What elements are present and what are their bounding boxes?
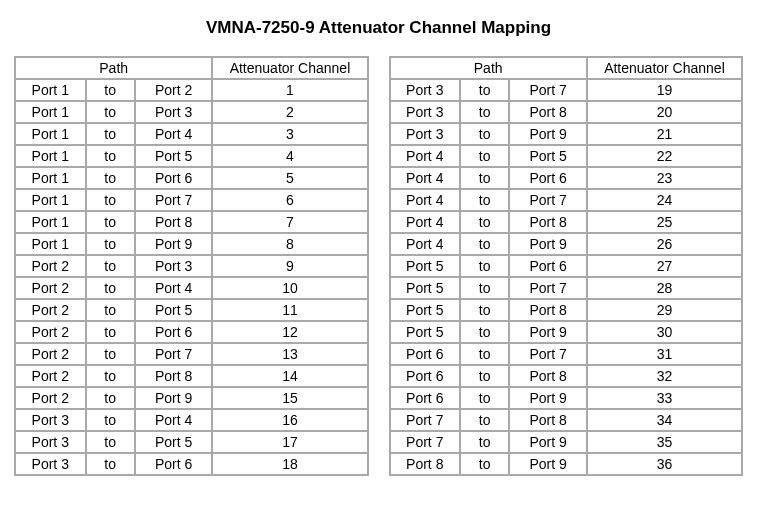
- table-row: Port 1toPort 65: [15, 167, 368, 189]
- path-from: Port 4: [390, 189, 461, 211]
- attenuator-channel: 19: [587, 79, 742, 101]
- mapping-table-right-body: Port 3toPort 719Port 3toPort 820Port 3to…: [390, 79, 743, 475]
- path-dest: Port 9: [509, 453, 587, 475]
- path-header: Path: [390, 57, 587, 79]
- path-dest: Port 3: [135, 255, 213, 277]
- table-row: Port 3toPort 517: [15, 431, 368, 453]
- path-to-label: to: [460, 79, 509, 101]
- table-row: Port 2toPort 410: [15, 277, 368, 299]
- path-to-label: to: [86, 123, 135, 145]
- table-row: Port 4toPort 926: [390, 233, 743, 255]
- path-dest: Port 6: [135, 453, 213, 475]
- path-to-label: to: [86, 321, 135, 343]
- attenuator-channel: 35: [587, 431, 742, 453]
- channel-header: Attenuator Channel: [212, 57, 367, 79]
- attenuator-channel: 2: [212, 101, 367, 123]
- path-to-label: to: [86, 167, 135, 189]
- path-dest: Port 6: [509, 167, 587, 189]
- path-dest: Port 9: [509, 123, 587, 145]
- path-to-label: to: [86, 431, 135, 453]
- path-dest: Port 5: [135, 431, 213, 453]
- path-to-label: to: [86, 255, 135, 277]
- path-from: Port 1: [15, 79, 86, 101]
- path-dest: Port 9: [135, 387, 213, 409]
- path-to-label: to: [86, 101, 135, 123]
- mapping-table-left: Path Attenuator Channel Port 1toPort 21P…: [14, 56, 369, 476]
- mapping-table-left-wrap: Path Attenuator Channel Port 1toPort 21P…: [14, 56, 369, 476]
- path-from: Port 3: [15, 453, 86, 475]
- attenuator-channel: 27: [587, 255, 742, 277]
- path-to-label: to: [86, 453, 135, 475]
- table-row: Port 5toPort 728: [390, 277, 743, 299]
- path-from: Port 2: [15, 387, 86, 409]
- path-from: Port 7: [390, 431, 461, 453]
- mapping-table-right: Path Attenuator Channel Port 3toPort 719…: [389, 56, 744, 476]
- path-from: Port 4: [390, 211, 461, 233]
- path-to-label: to: [86, 277, 135, 299]
- table-row: Port 3toPort 820: [390, 101, 743, 123]
- path-from: Port 1: [15, 101, 86, 123]
- path-to-label: to: [460, 277, 509, 299]
- path-dest: Port 2: [135, 79, 213, 101]
- table-row: Port 1toPort 21: [15, 79, 368, 101]
- table-row: Port 1toPort 76: [15, 189, 368, 211]
- attenuator-channel: 7: [212, 211, 367, 233]
- table-row: Port 2toPort 39: [15, 255, 368, 277]
- path-from: Port 2: [15, 365, 86, 387]
- table-row: Port 3toPort 416: [15, 409, 368, 431]
- path-dest: Port 3: [135, 101, 213, 123]
- path-from: Port 2: [15, 277, 86, 299]
- mapping-table-left-body: Port 1toPort 21Port 1toPort 32Port 1toPo…: [15, 79, 368, 475]
- attenuator-channel: 20: [587, 101, 742, 123]
- path-from: Port 6: [390, 365, 461, 387]
- path-from: Port 3: [390, 123, 461, 145]
- attenuator-channel: 36: [587, 453, 742, 475]
- path-dest: Port 9: [509, 233, 587, 255]
- attenuator-channel: 5: [212, 167, 367, 189]
- path-from: Port 1: [15, 167, 86, 189]
- path-from: Port 8: [390, 453, 461, 475]
- table-row: Port 1toPort 87: [15, 211, 368, 233]
- table-row: Port 1toPort 32: [15, 101, 368, 123]
- table-row: Port 1toPort 43: [15, 123, 368, 145]
- path-from: Port 2: [15, 299, 86, 321]
- attenuator-channel: 18: [212, 453, 367, 475]
- path-to-label: to: [86, 299, 135, 321]
- table-header-row: Path Attenuator Channel: [390, 57, 743, 79]
- attenuator-channel: 17: [212, 431, 367, 453]
- table-row: Port 3toPort 921: [390, 123, 743, 145]
- path-to-label: to: [460, 211, 509, 233]
- path-to-label: to: [460, 101, 509, 123]
- path-dest: Port 9: [509, 321, 587, 343]
- path-from: Port 4: [390, 167, 461, 189]
- path-dest: Port 7: [509, 189, 587, 211]
- path-dest: Port 8: [509, 365, 587, 387]
- path-dest: Port 9: [509, 387, 587, 409]
- channel-header: Attenuator Channel: [587, 57, 742, 79]
- attenuator-channel: 32: [587, 365, 742, 387]
- table-row: Port 5toPort 627: [390, 255, 743, 277]
- path-from: Port 1: [15, 211, 86, 233]
- path-dest: Port 8: [135, 365, 213, 387]
- path-dest: Port 8: [135, 211, 213, 233]
- attenuator-channel: 13: [212, 343, 367, 365]
- path-from: Port 2: [15, 321, 86, 343]
- path-to-label: to: [460, 365, 509, 387]
- path-to-label: to: [460, 321, 509, 343]
- table-row: Port 2toPort 612: [15, 321, 368, 343]
- path-to-label: to: [460, 255, 509, 277]
- path-to-label: to: [460, 233, 509, 255]
- path-to-label: to: [460, 123, 509, 145]
- path-dest: Port 5: [135, 145, 213, 167]
- table-row: Port 7toPort 834: [390, 409, 743, 431]
- attenuator-channel: 28: [587, 277, 742, 299]
- path-dest: Port 6: [135, 321, 213, 343]
- attenuator-channel: 10: [212, 277, 367, 299]
- path-from: Port 6: [390, 387, 461, 409]
- path-dest: Port 6: [509, 255, 587, 277]
- table-row: Port 2toPort 814: [15, 365, 368, 387]
- path-to-label: to: [86, 409, 135, 431]
- path-dest: Port 8: [509, 211, 587, 233]
- path-from: Port 3: [390, 101, 461, 123]
- path-from: Port 5: [390, 255, 461, 277]
